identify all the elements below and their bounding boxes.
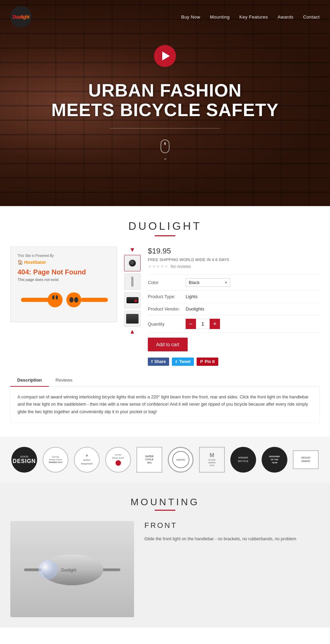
svg-point-5 xyxy=(69,297,74,303)
mounting-underline xyxy=(155,510,175,511)
plug-illustration xyxy=(18,286,110,313)
svg-rect-7 xyxy=(81,298,108,302)
color-row: Color Black xyxy=(148,275,320,291)
vendor-label: Product Vendor: xyxy=(148,306,186,312)
award-winner-bicycle: WINNERBICYCLE xyxy=(230,447,256,473)
hostgator-badge: This Site is Powered By xyxy=(18,254,110,258)
thumbnail-3[interactable] xyxy=(124,292,141,308)
tab-description[interactable]: Description xyxy=(10,374,49,387)
award-stamp: AWARD xyxy=(168,447,194,473)
error-page-mock: This Site is Powered By 🏠 HostGator 404:… xyxy=(11,247,117,320)
color-label: Color xyxy=(148,280,186,285)
m-letter: M xyxy=(210,452,214,459)
svg-rect-3 xyxy=(56,295,58,300)
hero-content: URBAN FASHION MEETS BICYCLE SAFETY ⌄ xyxy=(51,45,278,161)
svg-point-10 xyxy=(38,560,58,579)
award-red-dot: red dotdesign award xyxy=(105,447,131,473)
quantity-control: − + xyxy=(186,319,220,329)
scroll-circle xyxy=(161,139,169,153)
german-design-text: GermanDesign AwardWINNER 2014 xyxy=(49,455,62,464)
thumbnail-column: ▼ ▼ xyxy=(124,247,141,335)
error-subtext: This page does not exist xyxy=(18,278,110,282)
award-design-rect: DESIGNAWARD xyxy=(293,450,319,469)
supercycle-text: SUPERCYCLETPC xyxy=(145,455,153,465)
winner-bicycle-text: WINNERBICYCLE xyxy=(238,456,249,463)
red-dot-circle xyxy=(116,460,121,466)
vendor-row: Product Vendor: Duolights xyxy=(148,303,320,315)
facebook-share-button[interactable]: f Share xyxy=(148,358,169,366)
logo-text: Duolight xyxy=(13,14,30,20)
hostgator-logo: 🏠 HostGator xyxy=(18,260,110,265)
play-button[interactable] xyxy=(154,45,176,67)
nav-awards[interactable]: Awards xyxy=(278,14,294,20)
design-rect-text: DESIGNAWARD xyxy=(301,456,310,463)
tab-reviews[interactable]: Reviews xyxy=(49,374,79,387)
mounting-image: Duolight xyxy=(10,521,134,617)
product-type-row: Product Type: Lights xyxy=(148,291,320,303)
vendor-value: Duolights xyxy=(186,306,204,312)
quantity-row: Quantity − + xyxy=(148,315,320,333)
red-dot-text: red dotdesign award xyxy=(112,453,124,459)
mounting-device-svg: Duolight xyxy=(21,538,124,600)
svg-point-6 xyxy=(74,297,78,303)
color-select: Black xyxy=(186,278,230,287)
award-designer-year: DESIGNEROF THEYEAR xyxy=(262,447,287,473)
svg-point-1 xyxy=(47,292,63,307)
product-attributes: Color Black Product Type: Lights Product xyxy=(148,274,320,333)
mounting-layout: Duolight FRONT Glide the front light on … xyxy=(10,521,320,617)
mounting-subtitle: FRONT xyxy=(144,521,320,530)
stamp-text: AWARD xyxy=(176,459,185,461)
quantity-decrease-button[interactable]: − xyxy=(186,319,196,329)
designer-year-text: DESIGNEROF THEYEAR xyxy=(269,455,280,464)
product-title: DUOLIGHT xyxy=(10,220,320,233)
award-supercycle: SUPERCYCLETPC xyxy=(136,447,162,473)
product-main-image: This Site is Powered By 🏠 HostGator 404:… xyxy=(10,247,117,322)
thumb-red-dot xyxy=(134,300,137,302)
thumb-up-arrow[interactable]: ▼ xyxy=(129,247,135,253)
no-reviews-label: No reviews xyxy=(170,264,191,269)
design-text: DESIGN xyxy=(13,458,36,464)
awards-section: GOOD DESIGN GermanDesign AwardWINNER 201… xyxy=(0,437,330,483)
thumbnail-2[interactable] xyxy=(124,273,141,290)
if-text: ifproductdesignaward xyxy=(81,454,92,465)
award-if: ifproductdesignaward xyxy=(74,447,100,473)
quantity-input[interactable] xyxy=(196,319,210,329)
color-dropdown[interactable]: Black xyxy=(186,278,230,287)
svg-rect-2 xyxy=(52,295,54,300)
award-german-design: GermanDesign AwardWINNER 2014 xyxy=(43,447,68,473)
award-good-design: GOOD DESIGN xyxy=(11,447,37,473)
tab-bar: Description Reviews xyxy=(10,374,320,387)
scroll-arrow-icon: ⌄ xyxy=(163,155,167,161)
nav-mounting[interactable]: Mounting xyxy=(210,14,230,20)
thumbnail-1[interactable] xyxy=(124,255,141,271)
social-row: f Share 𝕣 Tweet P Pin It xyxy=(148,358,320,366)
good-text: GOOD xyxy=(20,455,28,458)
error-heading: 404: Page Not Found xyxy=(18,268,110,276)
add-to-cart-button[interactable]: Add to cart xyxy=(148,338,188,351)
title-underline xyxy=(155,235,175,236)
thumb-device-3 xyxy=(126,297,139,303)
facebook-icon: f xyxy=(151,359,153,364)
thumb-down-arrow[interactable]: ▼ xyxy=(129,329,135,335)
product-tabs: Description Reviews A compact set of awa… xyxy=(10,374,320,423)
color-dropdown-wrap[interactable]: Black xyxy=(186,278,230,287)
rating-row: ★★★★★ No reviews xyxy=(148,264,320,269)
quantity-increase-button[interactable]: + xyxy=(210,319,220,329)
product-info: $19.95 FREE SHIPPING WORLD WIDE IN 4-6 D… xyxy=(148,247,320,366)
nav-key-features[interactable]: Key Features xyxy=(239,14,268,20)
pinterest-icon: P xyxy=(200,359,203,364)
hero-title: URBAN FASHION MEETS BICYCLE SAFETY xyxy=(51,81,278,120)
pinterest-pin-button[interactable]: P Pin It xyxy=(197,358,218,366)
twitter-tweet-button[interactable]: 𝕣 Tweet xyxy=(172,358,194,366)
mounting-title: MOUNTING xyxy=(10,497,320,508)
tab-content-description: A compact set of award winning interlock… xyxy=(10,387,320,423)
scroll-indicator: ⌄ xyxy=(161,139,169,161)
nav-contact[interactable]: Contact xyxy=(303,14,320,20)
logo[interactable]: Duolight xyxy=(10,6,32,27)
mounting-description: Glide the front light on the handlebar -… xyxy=(144,535,320,543)
star-rating: ★★★★★ xyxy=(148,264,168,269)
award-stamp-inner: AWARD xyxy=(172,451,189,468)
nav-buy-now[interactable]: Buy Now xyxy=(181,14,200,20)
silver-text: SILVERAWARD2012 xyxy=(208,459,216,467)
thumbnail-4[interactable] xyxy=(124,310,141,327)
